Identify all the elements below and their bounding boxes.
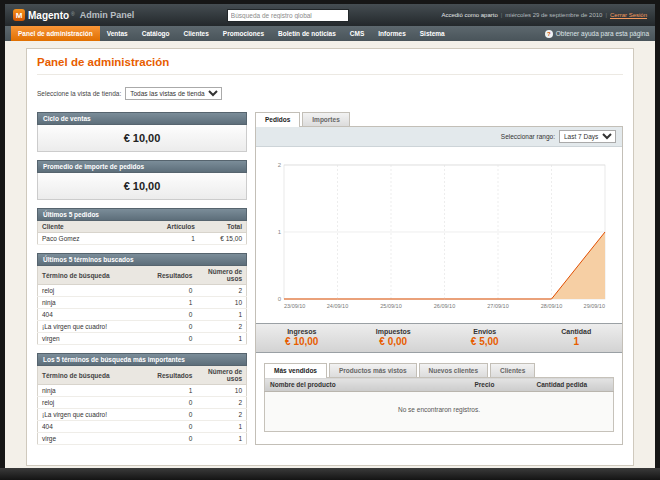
top-search-terms-title: Los 5 términos de búsqueda más important… bbox=[37, 353, 247, 366]
stat-label: Envíos bbox=[439, 328, 531, 335]
table-header-row: Término de búsquedaResultadosNúmero de u… bbox=[38, 266, 247, 285]
table-body: reloj02ninja11040401¡La virgen que cuadr… bbox=[38, 285, 247, 345]
table-cell: 0 bbox=[150, 285, 196, 297]
left-column: Ciclo de ventas € 10,00 Promedio de impo… bbox=[37, 112, 247, 453]
magento-logo[interactable]: M Magento ® Admin Panel bbox=[13, 9, 134, 21]
last-orders-panel: Últimos 5 pedidos ClienteArtículosTotal … bbox=[37, 208, 247, 245]
table-cell: 0 bbox=[150, 397, 196, 409]
table-body: No se encontraron registros. bbox=[265, 392, 614, 432]
column-header: Número de usos bbox=[196, 266, 246, 285]
column-header: Resultados bbox=[150, 266, 196, 285]
table-cell: 2 bbox=[196, 409, 246, 421]
nav-item-ventas[interactable]: Ventas bbox=[100, 26, 135, 41]
store-view-select[interactable]: Todas las vistas de tienda bbox=[125, 87, 222, 100]
global-search-input[interactable] bbox=[227, 9, 349, 22]
magento-logo-icon: M bbox=[13, 9, 25, 21]
nav-item-boletin-de-noticias[interactable]: Boletín de noticias bbox=[271, 26, 343, 41]
table-cell: 0 bbox=[150, 333, 196, 345]
table-cell: 404 bbox=[38, 309, 151, 321]
registered-mark: ® bbox=[71, 11, 75, 17]
nav-item-cms[interactable]: CMS bbox=[343, 26, 371, 41]
right-column: PedidosImportes Seleccionar rango: Last … bbox=[255, 112, 623, 445]
tab-importes[interactable]: Importes bbox=[302, 112, 349, 126]
stat-value: € 5,00 bbox=[439, 336, 531, 347]
last-search-terms-table: Término de búsquedaResultadosNúmero de u… bbox=[37, 266, 247, 345]
last-orders-title: Últimos 5 pedidos bbox=[37, 208, 247, 221]
table-row: 40401 bbox=[38, 421, 247, 433]
header-date: miércoles 29 de septiembre de 2010 bbox=[505, 12, 602, 18]
column-header: Resultados bbox=[150, 366, 196, 385]
table-cell: 1 bbox=[150, 385, 196, 397]
stat-label: Ingresos bbox=[256, 328, 348, 335]
stat-label: Cantidad bbox=[531, 328, 623, 335]
help-link[interactable]: ? Obtener ayuda para esta página bbox=[545, 26, 649, 41]
stat-cantidad: Cantidad1 bbox=[531, 324, 623, 352]
nav-item-catalogo[interactable]: Catálogo bbox=[135, 26, 177, 41]
svg-text:28/09/10: 28/09/10 bbox=[541, 303, 562, 309]
svg-text:1: 1 bbox=[278, 229, 282, 235]
tab-pedidos[interactable]: Pedidos bbox=[255, 112, 300, 127]
table-body: Paco Gomez1€ 15,00 bbox=[38, 233, 247, 245]
orders-tab-panel: Seleccionar rango: Last 7 Days 01223/09/… bbox=[255, 126, 623, 445]
nav-item-sistema[interactable]: Sistema bbox=[413, 26, 452, 41]
column-header: Cliente bbox=[38, 221, 143, 233]
svg-text:24/09/10: 24/09/10 bbox=[327, 303, 348, 309]
nav-item-promociones[interactable]: Promociones bbox=[216, 26, 271, 41]
table-cell: 1 bbox=[196, 333, 246, 345]
chart-toolbar: Seleccionar rango: Last 7 Days bbox=[256, 127, 622, 147]
table-cell: reloj bbox=[38, 397, 151, 409]
table-header-row: Nombre del productoPrecioCantidad pedida bbox=[265, 378, 614, 392]
empty-row: No se encontraron registros. bbox=[265, 392, 614, 432]
chart-area: 01223/09/1024/09/1025/09/1026/09/1027/09… bbox=[256, 147, 622, 315]
table-cell: ninja bbox=[38, 385, 151, 397]
dashboard-columns: Ciclo de ventas € 10,00 Promedio de impo… bbox=[37, 112, 623, 453]
tab-mas-vendidos[interactable]: Más vendidos bbox=[264, 363, 327, 378]
column-header: Cantidad pedida bbox=[532, 378, 614, 392]
page-title: Panel de administración bbox=[37, 56, 623, 75]
nav-item-clientes[interactable]: Clientes bbox=[177, 26, 216, 41]
table-row: ninja110 bbox=[38, 297, 247, 309]
dashboard-tabs: PedidosImportes bbox=[255, 112, 623, 126]
table-cell: ninja bbox=[38, 297, 151, 309]
table-cell: 0 bbox=[150, 433, 196, 445]
store-view-switcher: Seleccione la vista de tienda: Todas las… bbox=[37, 87, 623, 100]
last-orders-table: ClienteArtículosTotal Paco Gomez1€ 15,00 bbox=[37, 221, 247, 245]
tab-productos-mas-vistos[interactable]: Productos más vistos bbox=[329, 363, 417, 377]
table-row: Paco Gomez1€ 15,00 bbox=[38, 233, 247, 245]
logo-text: Magento bbox=[28, 10, 69, 21]
column-header: Total bbox=[199, 221, 247, 233]
table-cell: 1 bbox=[150, 297, 196, 309]
table-cell: virgen bbox=[38, 333, 151, 345]
bottom-frame-bar bbox=[0, 468, 660, 480]
user-info: Accedió como aparto | miércoles 29 de se… bbox=[441, 12, 647, 18]
table-row: reloj02 bbox=[38, 397, 247, 409]
table-cell: 1 bbox=[196, 421, 246, 433]
table-cell: 2 bbox=[196, 285, 246, 297]
table-cell: 2 bbox=[196, 397, 246, 409]
svg-text:29/09/10: 29/09/10 bbox=[584, 303, 605, 309]
tab-nuevos-clientes[interactable]: Nuevos clientes bbox=[419, 363, 489, 377]
top-search-terms-table: Término de búsquedaResultadosNúmero de u… bbox=[37, 366, 247, 445]
table-body: ninja110reloj02¡La virgen que cuadro!024… bbox=[38, 385, 247, 445]
nav-item-panel-de-administracion[interactable]: Panel de administración bbox=[11, 26, 100, 41]
average-orders-value: € 10,00 bbox=[37, 173, 247, 200]
average-orders-title: Promedio de importe de pedidos bbox=[37, 160, 247, 173]
table-row: virgen01 bbox=[38, 333, 247, 345]
logout-link[interactable]: Cerrar Sesión bbox=[610, 12, 647, 18]
stat-ingresos: Ingresos€ 10,00 bbox=[256, 324, 348, 352]
nav-item-informes[interactable]: Informes bbox=[371, 26, 412, 41]
range-select[interactable]: Last 7 Days bbox=[559, 130, 616, 143]
table-cell: 404 bbox=[38, 421, 151, 433]
tab-clientes[interactable]: Clientes bbox=[490, 363, 535, 377]
table-cell: 1 bbox=[196, 433, 246, 445]
stat-value: 1 bbox=[531, 336, 623, 347]
table-cell: ¡La virgen que cuadro! bbox=[38, 409, 151, 421]
products-table: Nombre del productoPrecioCantidad pedida… bbox=[264, 377, 614, 432]
table-cell: 10 bbox=[196, 385, 246, 397]
table-row: virge01 bbox=[38, 433, 247, 445]
table-cell: € 15,00 bbox=[199, 233, 247, 245]
table-row: ¡La virgen que cuadro!02 bbox=[38, 321, 247, 333]
stat-impuestos: Impuestos€ 0,00 bbox=[348, 324, 440, 352]
table-cell: 1 bbox=[196, 309, 246, 321]
column-header: Precio bbox=[470, 378, 532, 392]
